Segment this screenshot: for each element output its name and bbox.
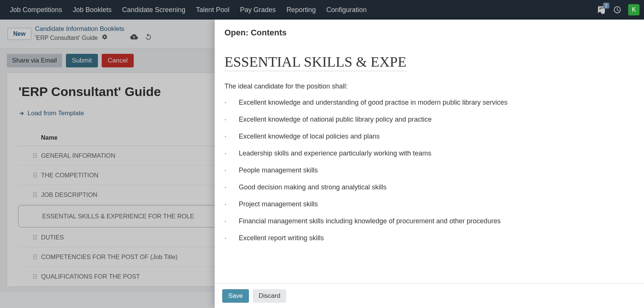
bullet-item[interactable]: ·Excellent knowledge and understanding o…	[224, 99, 634, 107]
bullet-dot: ·	[224, 133, 239, 140]
bullet-dot: ·	[224, 116, 239, 124]
bullet-item[interactable]: ·People management skills	[224, 166, 634, 174]
avatar[interactable]: K	[628, 4, 639, 15]
top-nav: Job Competitions Job Booklets Candidate …	[0, 0, 644, 20]
bullet-text: Leadership skills and experience particu…	[239, 149, 431, 157]
bullet-dot: ·	[224, 149, 239, 157]
bullet-item[interactable]: ·Project management skills	[224, 200, 634, 208]
panel-title: Open: Contents	[215, 20, 644, 41]
bullet-dot: ·	[224, 200, 239, 208]
bullet-dot: ·	[224, 217, 239, 225]
bullet-item[interactable]: ·Excellent report writing skills	[224, 234, 634, 242]
content-heading[interactable]: ESSENTIAL SKILLS & EXPE	[224, 53, 406, 71]
messages-icon[interactable]: 2	[595, 3, 608, 16]
bullet-dot: ·	[224, 166, 239, 174]
nav-job-competitions[interactable]: Job Competitions	[5, 0, 67, 20]
nav-talent-pool[interactable]: Talent Pool	[191, 0, 235, 20]
bullet-text: Excellent knowledge of local policies an…	[239, 133, 380, 140]
panel-footer: Save Discard	[215, 284, 644, 308]
bullet-item[interactable]: ·Excellent knowledge of national public …	[224, 116, 634, 124]
save-button[interactable]: Save	[222, 289, 249, 303]
bullet-text: Excellent report writing skills	[239, 234, 324, 242]
nav-configuration[interactable]: Configuration	[321, 0, 372, 20]
bullet-item[interactable]: ·Good decision making and strong analyti…	[224, 183, 634, 191]
bullet-text: Financial management skills including kn…	[239, 217, 501, 225]
messages-badge: 2	[603, 3, 609, 9]
bullet-dot: ·	[224, 183, 239, 191]
nav-job-booklets[interactable]: Job Booklets	[67, 0, 117, 20]
bullet-text: Project management skills	[239, 200, 318, 208]
panel-body[interactable]: ESSENTIAL SKILLS & EXPE The ideal candid…	[215, 41, 644, 284]
discard-button[interactable]: Discard	[253, 289, 287, 303]
clock-icon[interactable]	[611, 3, 624, 16]
bullet-item[interactable]: ·Leadership skills and experience partic…	[224, 149, 634, 157]
bullet-dot: ·	[224, 234, 239, 242]
bullet-item[interactable]: ·Excellent knowledge of local policies a…	[224, 133, 634, 140]
bullet-text: Excellent knowledge and understanding of…	[239, 99, 507, 107]
content-intro[interactable]: The ideal candidate for the position sha…	[224, 82, 634, 90]
bullet-text: People management skills	[239, 166, 318, 174]
nav-reporting[interactable]: Reporting	[281, 0, 321, 20]
bullet-dot: ·	[224, 99, 239, 107]
bullet-text: Excellent knowledge of national public l…	[239, 116, 432, 124]
nav-candidate-screening[interactable]: Candidate Screening	[117, 0, 191, 20]
bullet-text: Good decision making and strong analytic…	[239, 183, 386, 191]
contents-panel: Open: Contents ESSENTIAL SKILLS & EXPE T…	[215, 20, 644, 308]
bullet-item[interactable]: ·Financial management skills including k…	[224, 217, 634, 225]
nav-pay-grades[interactable]: Pay Grades	[235, 0, 281, 20]
